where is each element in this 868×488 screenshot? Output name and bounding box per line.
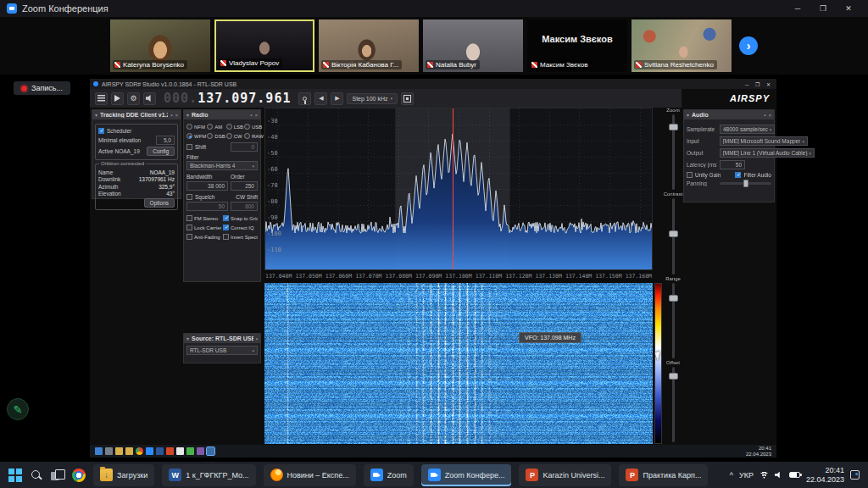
pin-icon[interactable]: ▪: [170, 113, 172, 118]
pin-icon[interactable]: ▪: [764, 113, 765, 118]
bandwidth-input[interactable]: 38 000: [186, 181, 228, 191]
start-button[interactable]: [8, 469, 22, 482]
waterfall-canvas[interactable]: [264, 283, 653, 444]
mode-dsb[interactable]: DSB: [207, 133, 225, 139]
taskbar-app-powerpoint-1[interactable]: PKarazin Universi...: [519, 464, 611, 486]
spectrum-display[interactable]: [264, 108, 653, 270]
taskbar-app-downloads[interactable]: ↓Загрузки: [93, 464, 154, 486]
tracking-panel-header[interactable]: ▾ Tracking DDE Client v1.2 * ▪ ×: [92, 110, 181, 119]
close-icon[interactable]: ×: [254, 113, 258, 118]
squelch-checkbox[interactable]: [186, 194, 192, 200]
annotate-button[interactable]: ✎: [7, 398, 29, 420]
desktop-taskbar-icon-active[interactable]: [207, 447, 214, 455]
offset-slider[interactable]: [672, 367, 675, 442]
desktop-taskbar-icon[interactable]: [105, 447, 113, 455]
correct-iq-checkbox[interactable]: Correct IQ: [223, 225, 258, 230]
frequency-display[interactable]: 000.137.097.961: [164, 91, 291, 106]
language-indicator[interactable]: УКР: [739, 471, 754, 480]
taskbar-app-word[interactable]: W1 к_ГФГКГР_Мо...: [162, 464, 255, 486]
config-button[interactable]: Config: [147, 147, 175, 156]
panning-slider[interactable]: [720, 182, 771, 185]
settings-button[interactable]: ⚙: [127, 92, 140, 105]
mute-button[interactable]: [143, 92, 156, 105]
desktop-taskbar-icon[interactable]: [125, 447, 133, 455]
recording-indicator[interactable]: Запись...: [14, 81, 70, 95]
taskbar-app-browser[interactable]: Новини – Експе...: [264, 464, 356, 486]
shift-checkbox[interactable]: [186, 144, 192, 150]
close-icon[interactable]: ×: [768, 113, 771, 118]
mode-lsb[interactable]: LSB: [226, 124, 243, 130]
step-down-button[interactable]: ◀: [314, 92, 327, 105]
waterfall-display[interactable]: VFO: 137.098 MHz: [264, 283, 653, 444]
center-tune-button[interactable]: [298, 92, 311, 105]
desktop-taskbar-icon[interactable]: [176, 447, 184, 455]
task-view-icon[interactable]: [51, 469, 64, 482]
pin-icon[interactable]: ▪: [256, 336, 258, 341]
sdr-window-controls[interactable]: ─ ❐ ✕: [745, 81, 773, 87]
taskbar-app-zoom-meeting[interactable]: Zoom Конфере...: [421, 464, 512, 486]
menu-button[interactable]: [95, 92, 108, 105]
desktop-taskbar-icon[interactable]: [115, 447, 123, 455]
latency-input[interactable]: 50: [720, 160, 745, 169]
maximize-button[interactable]: ❐: [810, 0, 836, 17]
battery-icon[interactable]: [789, 472, 800, 478]
close-icon[interactable]: ×: [175, 113, 178, 118]
invert-spectrum-checkbox[interactable]: Invert Spectrum: [223, 234, 258, 240]
mode-usb[interactable]: USB: [244, 124, 264, 130]
desktop-taskbar-icon[interactable]: [156, 447, 164, 455]
options-button[interactable]: Options: [144, 198, 175, 208]
anti-fading-checkbox[interactable]: Anti-Fading: [186, 234, 221, 240]
shift-input[interactable]: 0: [231, 142, 258, 152]
mode-wfm[interactable]: WFM: [186, 133, 206, 139]
radio-panel-header[interactable]: ▾ Radio ▪ ×: [184, 110, 260, 119]
mode-cw[interactable]: CW: [226, 133, 243, 139]
scheduler-checkbox[interactable]: [98, 128, 104, 134]
participant-tile[interactable]: Natalia Bubyr: [423, 19, 523, 72]
desktop-taskbar-icon[interactable]: [136, 447, 143, 455]
step-size-select[interactable]: Step 100 kHz▾: [347, 93, 398, 104]
audio-input-select[interactable]: [MME] Microsoft Sound Mapper▾: [720, 136, 808, 146]
audio-output-select[interactable]: [MME] Line 1 (Virtual Audio Cable)▾: [720, 148, 815, 158]
next-participants-button[interactable]: ›: [739, 36, 758, 55]
mode-nfm[interactable]: NFM: [186, 124, 206, 130]
source-panel-header[interactable]: ▾ Source: RTL-SDR USB ▪: [184, 334, 260, 343]
participant-tile-active-speaker[interactable]: Vladyslav Popov: [214, 19, 314, 72]
taskbar-app-powerpoint-2[interactable]: PПрактика Карп...: [619, 464, 708, 486]
contrast-slider[interactable]: [672, 198, 675, 274]
fm-stereo-checkbox[interactable]: FM Stereo: [186, 215, 221, 221]
spectrum-canvas[interactable]: [265, 108, 652, 269]
fullscreen-button[interactable]: [401, 92, 414, 105]
desktop-taskbar-icon[interactable]: [197, 447, 204, 455]
zoom-slider[interactable]: [672, 114, 675, 190]
step-up-button[interactable]: ▶: [331, 92, 343, 105]
desktop-taskbar-icon[interactable]: [146, 447, 153, 455]
unity-gain-checkbox[interactable]: [687, 172, 693, 178]
start-button[interactable]: [111, 92, 124, 105]
mode-am[interactable]: AM: [207, 124, 225, 130]
participant-tile-camera-off[interactable]: Максим Звєков Максим Звєков: [527, 19, 627, 72]
participant-tile[interactable]: Вікторія Кабанова Г...: [319, 19, 419, 72]
range-slider[interactable]: [672, 283, 675, 358]
filter-select[interactable]: Blackman-Harris 4▾: [186, 161, 258, 170]
samplerate-select[interactable]: 48000 sample/sec▾: [720, 125, 775, 134]
close-button[interactable]: ✕: [836, 0, 861, 17]
minimize-button[interactable]: ─: [785, 0, 810, 17]
desktop-taskbar-icon[interactable]: [95, 447, 103, 455]
order-input[interactable]: 250: [231, 181, 258, 191]
snap-to-grid-checkbox[interactable]: Snap to Grid: [223, 215, 258, 221]
taskbar-app-zoom[interactable]: Zoom: [364, 464, 414, 486]
chrome-icon[interactable]: [72, 469, 86, 482]
lock-carrier-checkbox[interactable]: Lock Carrier: [186, 225, 221, 230]
desktop-taskbar-icon[interactable]: [186, 447, 194, 455]
desktop-taskbar-icon[interactable]: [166, 447, 174, 455]
cw-shift-input[interactable]: 600: [231, 202, 258, 211]
mode-raw[interactable]: RAW: [244, 133, 264, 139]
participant-tile[interactable]: Svitlana Reshetchenko: [632, 19, 732, 72]
participant-tile[interactable]: Kateryna Borysenko: [110, 19, 210, 72]
filter-audio-checkbox[interactable]: [735, 172, 741, 178]
source-device-select[interactable]: RTL-SDR USB▾: [186, 346, 258, 355]
tray-expand-button[interactable]: ^: [730, 471, 733, 480]
pin-icon[interactable]: ▪: [250, 113, 252, 118]
notification-icon[interactable]: [850, 470, 860, 480]
min-elevation-input[interactable]: 5,0: [156, 136, 175, 145]
